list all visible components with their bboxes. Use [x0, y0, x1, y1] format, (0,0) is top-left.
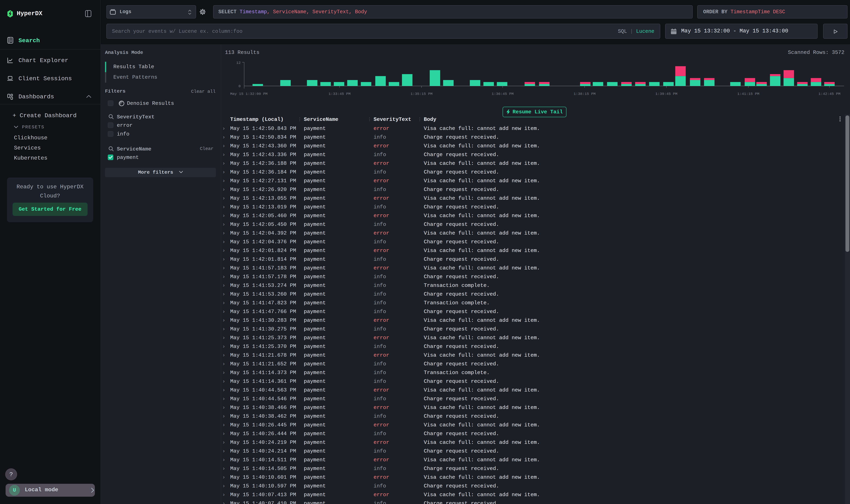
svg-text:May 15 1:32:00 PM: May 15 1:32:00 PM — [230, 92, 268, 96]
svg-text:1:39:45 PM: 1:39:45 PM — [655, 92, 677, 96]
svg-text:1:33:45 PM: 1:33:45 PM — [329, 92, 350, 96]
svg-text:1:41:15 PM: 1:41:15 PM — [737, 92, 759, 96]
svg-text:1:35:15 PM: 1:35:15 PM — [411, 92, 433, 96]
svg-text:12: 12 — [236, 61, 241, 65]
svg-text:1:36:45 PM: 1:36:45 PM — [492, 92, 513, 96]
svg-text:1:38:15 PM: 1:38:15 PM — [574, 92, 596, 96]
svg-text:1:42:45 PM: 1:42:45 PM — [818, 92, 840, 96]
svg-text:0: 0 — [238, 84, 241, 88]
